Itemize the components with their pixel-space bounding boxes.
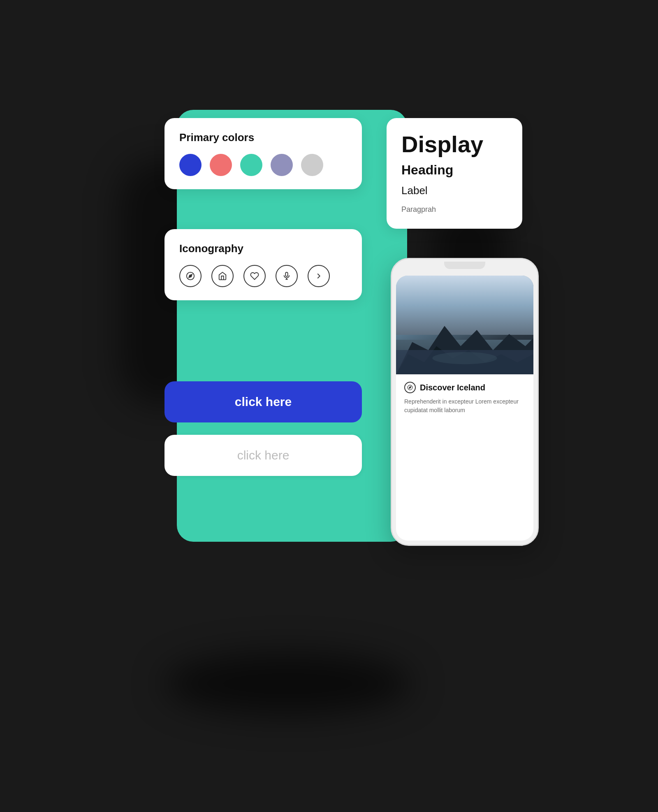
primary-button[interactable]: click here — [164, 381, 362, 422]
color-swatch-pink — [210, 154, 232, 176]
heart-icon — [243, 265, 266, 287]
water-reflection — [396, 350, 533, 374]
typography-paragraph: Paragprah — [401, 205, 507, 214]
primary-colors-title: Primary colors — [179, 131, 347, 144]
microphone-icon — [276, 265, 298, 287]
svg-rect-2 — [285, 272, 288, 276]
phone-card-compass-icon — [404, 382, 416, 393]
secondary-button[interactable]: click here — [164, 435, 362, 476]
phone-image — [396, 276, 533, 374]
color-swatch-blue — [179, 154, 202, 176]
phone-mockup: Discover Iceland Reprehenderit in except… — [391, 258, 539, 546]
color-swatch-purple — [271, 154, 293, 176]
color-swatches — [179, 154, 347, 176]
svg-marker-10 — [409, 387, 411, 389]
iconography-title: Iconography — [179, 242, 347, 255]
chevron-right-icon — [308, 265, 330, 287]
compass-icon — [179, 265, 202, 287]
phone-card-title-text: Discover Iceland — [420, 383, 485, 392]
home-icon — [211, 265, 234, 287]
typography-label: Label — [401, 184, 507, 197]
iconography-card: Iconography — [164, 229, 362, 300]
svg-marker-1 — [189, 274, 192, 278]
primary-colors-card: Primary colors — [164, 118, 362, 189]
phone-card-title-row: Discover Iceland — [404, 382, 525, 393]
svg-point-8 — [432, 352, 497, 364]
typography-card: Display Heading Label Paragprah — [387, 118, 522, 229]
typography-heading: Heading — [401, 162, 507, 178]
phone-notch — [444, 262, 485, 269]
icons-row — [179, 265, 347, 287]
phone-card-description: Reprehenderit in excepteur Lorem excepte… — [404, 397, 525, 415]
color-swatch-gray — [301, 154, 323, 176]
shadow-blob-bottom — [164, 653, 411, 715]
typography-display: Display — [401, 133, 507, 156]
phone-card: Discover Iceland Reprehenderit in except… — [396, 276, 533, 541]
phone-card-content: Discover Iceland Reprehenderit in except… — [396, 374, 533, 422]
color-swatch-teal — [240, 154, 262, 176]
